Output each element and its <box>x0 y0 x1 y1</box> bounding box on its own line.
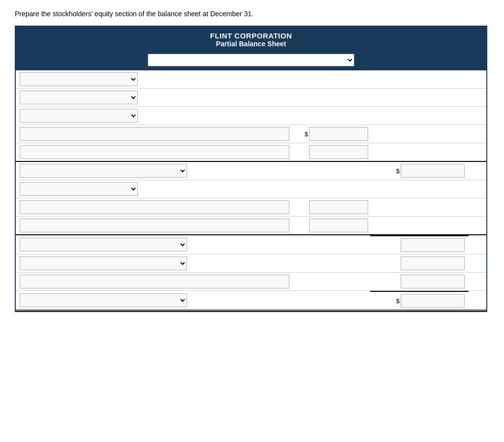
label-col <box>16 107 291 125</box>
label-col <box>16 70 291 88</box>
header-dropdown-row[interactable] <box>16 51 486 70</box>
label-col <box>16 180 291 198</box>
table-row <box>16 143 486 162</box>
dollar-sign: $ <box>305 130 308 138</box>
row3-select[interactable] <box>20 109 138 123</box>
instructions-text: Prepare the stockholders’ equity section… <box>15 10 489 18</box>
right-col: $ <box>370 291 469 310</box>
mid-col <box>291 217 370 234</box>
table-row: $ <box>16 291 486 311</box>
row9-mid-input[interactable] <box>309 219 368 232</box>
label-col <box>16 217 291 234</box>
row6-right-input[interactable] <box>401 164 465 178</box>
label-col <box>16 143 291 161</box>
row12-label-input[interactable] <box>20 275 289 288</box>
dollar-sign: $ <box>396 167 400 175</box>
table-row: $ <box>16 162 486 180</box>
right-col <box>370 132 469 136</box>
sheet-title: Partial Balance Sheet <box>16 40 486 48</box>
row4-mid-input[interactable] <box>309 127 368 141</box>
mid-col: $ <box>291 125 370 143</box>
right-col <box>370 273 469 290</box>
label-col <box>16 273 291 290</box>
mid-col <box>291 198 370 216</box>
row6-select[interactable] <box>20 164 187 178</box>
table-row <box>16 198 486 217</box>
table-row <box>16 235 486 254</box>
table-row <box>16 107 486 125</box>
row5-mid-input[interactable] <box>309 145 368 159</box>
mid-col <box>291 280 370 284</box>
table-header: FLINT CORPORATION Partial Balance Sheet <box>16 27 486 51</box>
table-row <box>16 273 486 291</box>
row5-label-input[interactable] <box>20 145 289 159</box>
table-row <box>16 217 486 235</box>
mid-col <box>291 187 370 191</box>
row1-select[interactable] <box>20 72 138 86</box>
balance-sheet-table: FLINT CORPORATION Partial Balance Sheet <box>15 26 487 312</box>
label-col <box>16 89 291 106</box>
table-row <box>16 180 486 198</box>
mid-col <box>291 169 370 173</box>
mid-col <box>291 114 370 118</box>
mid-col <box>291 261 370 265</box>
label-col <box>16 236 291 253</box>
label-col <box>16 198 291 216</box>
table-row <box>16 89 486 107</box>
label-col <box>16 162 291 180</box>
table-row: $ <box>16 125 486 143</box>
right-col <box>370 235 469 254</box>
right-col <box>370 205 469 209</box>
row7-select[interactable] <box>20 182 138 196</box>
row4-label-input[interactable] <box>20 127 289 141</box>
mid-col <box>291 143 370 161</box>
label-col <box>16 254 291 272</box>
row11-right-input[interactable] <box>401 256 465 270</box>
row9-label-input[interactable] <box>20 219 289 232</box>
company-name: FLINT CORPORATION <box>16 32 486 40</box>
row11-select[interactable] <box>20 256 187 270</box>
label-col <box>16 291 291 309</box>
mid-col <box>291 243 370 247</box>
right-col <box>370 114 469 118</box>
mid-col <box>291 95 370 99</box>
row8-label-input[interactable] <box>20 200 289 214</box>
dollar-sign: $ <box>396 297 400 305</box>
right-col: $ <box>370 162 469 180</box>
table-row <box>16 254 486 273</box>
row10-right-input[interactable] <box>401 238 465 252</box>
right-col <box>370 223 469 227</box>
right-col <box>370 254 469 272</box>
table-row <box>16 70 486 89</box>
row8-mid-input[interactable] <box>309 200 368 214</box>
right-col <box>370 77 469 81</box>
mid-col <box>291 77 370 81</box>
row13-right-input[interactable] <box>401 294 465 308</box>
header-select[interactable] <box>148 54 354 66</box>
right-col <box>370 95 469 99</box>
row10-select[interactable] <box>20 238 187 252</box>
row13-select[interactable] <box>20 293 187 307</box>
row2-select[interactable] <box>20 91 138 104</box>
right-col <box>370 150 469 154</box>
right-col <box>370 187 469 191</box>
row12-right-input[interactable] <box>401 275 465 288</box>
mid-col <box>291 298 370 302</box>
label-col <box>16 125 291 143</box>
